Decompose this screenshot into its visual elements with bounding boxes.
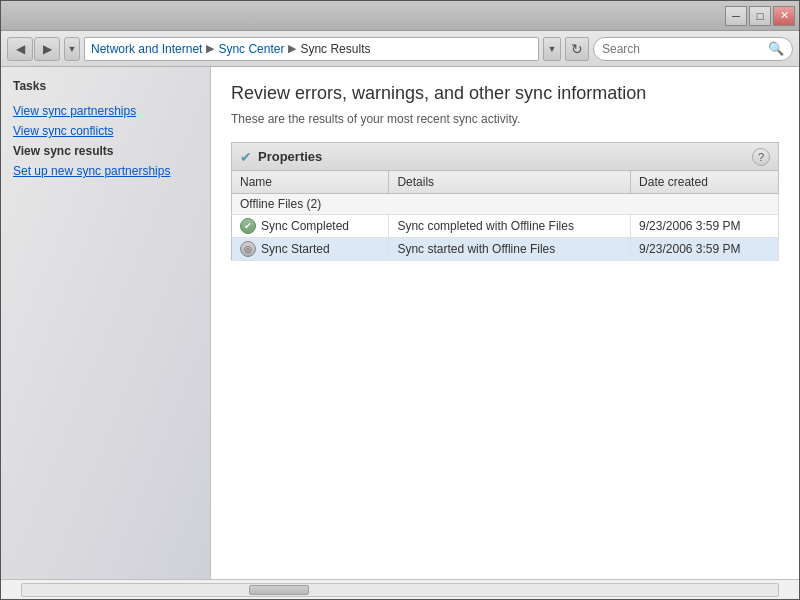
help-button[interactable]: ? xyxy=(752,148,770,166)
row-name-cell: ◎ Sync Started xyxy=(232,238,389,261)
row-name-completed: Sync Completed xyxy=(261,219,349,233)
sync-started-icon: ◎ xyxy=(240,241,256,257)
search-input[interactable] xyxy=(602,42,764,56)
content-pane: Review errors, warnings, and other sync … xyxy=(211,67,799,579)
row-name-cell: ✔ Sync Completed xyxy=(232,215,389,238)
table-row[interactable]: ✔ Sync Completed Sync completed with Off… xyxy=(232,215,779,238)
nav-buttons: ◀ ▶ xyxy=(7,37,60,61)
main-area: Tasks View sync partnerships View sync c… xyxy=(1,67,799,579)
back-button[interactable]: ◀ xyxy=(7,37,33,61)
refresh-button[interactable]: ↻ xyxy=(565,37,589,61)
row-name-started: Sync Started xyxy=(261,242,330,256)
close-button[interactable]: ✕ xyxy=(773,6,795,26)
sidebar-item-view-partnerships[interactable]: View sync partnerships xyxy=(9,101,202,121)
row-details-started: Sync started with Offline Files xyxy=(389,238,631,261)
breadcrumb-part1[interactable]: Network and Internet xyxy=(91,42,202,56)
sidebar-item-setup-sync[interactable]: Set up new sync partnerships xyxy=(9,161,202,181)
title-bar: ─ □ ✕ xyxy=(1,1,799,31)
breadcrumb-part2[interactable]: Sync Center xyxy=(218,42,284,56)
sidebar-item-view-results: View sync results xyxy=(9,141,202,161)
breadcrumb-sep2: ▶ xyxy=(288,42,296,55)
address-path[interactable]: Network and Internet ▶ Sync Center ▶ Syn… xyxy=(84,37,539,61)
col-header-date[interactable]: Date created xyxy=(631,171,779,194)
forward-button[interactable]: ▶ xyxy=(34,37,60,61)
breadcrumb-part3: Sync Results xyxy=(300,42,370,56)
properties-title: Properties xyxy=(258,149,322,164)
window-frame: ─ □ ✕ ◀ ▶ ▼ Network and Internet ▶ Sync … xyxy=(0,0,800,600)
col-header-details[interactable]: Details xyxy=(389,171,631,194)
row-icon-started: ◎ Sync Started xyxy=(240,241,330,257)
group-label: Offline Files (2) xyxy=(232,194,779,215)
group-row-offline-files: Offline Files (2) xyxy=(232,194,779,215)
results-table: Name Details Date created Offline Files … xyxy=(231,170,779,261)
check-icon: ✔ xyxy=(240,149,252,165)
properties-header-left: ✔ Properties xyxy=(240,149,322,165)
bottom-bar xyxy=(1,579,799,599)
address-dropdown-button[interactable]: ▼ xyxy=(543,37,561,61)
maximize-button[interactable]: □ xyxy=(749,6,771,26)
row-date-started: 9/23/2006 3:59 PM xyxy=(631,238,779,261)
breadcrumb-sep1: ▶ xyxy=(206,42,214,55)
search-box: 🔍 xyxy=(593,37,793,61)
properties-header: ✔ Properties ? xyxy=(231,142,779,170)
sidebar-section-title: Tasks xyxy=(9,79,202,93)
page-title: Review errors, warnings, and other sync … xyxy=(231,83,779,104)
page-subtitle: These are the results of your most recen… xyxy=(231,112,779,126)
row-icon-completed: ✔ Sync Completed xyxy=(240,218,349,234)
row-details-completed: Sync completed with Offline Files xyxy=(389,215,631,238)
sidebar-item-view-conflicts[interactable]: View sync conflicts xyxy=(9,121,202,141)
title-bar-buttons: ─ □ ✕ xyxy=(725,6,795,26)
recent-pages-button[interactable]: ▼ xyxy=(64,37,80,61)
row-date-completed: 9/23/2006 3:59 PM xyxy=(631,215,779,238)
col-header-name[interactable]: Name xyxy=(232,171,389,194)
sidebar: Tasks View sync partnerships View sync c… xyxy=(1,67,211,579)
sync-completed-icon: ✔ xyxy=(240,218,256,234)
horizontal-scrollbar[interactable] xyxy=(21,583,779,597)
scroll-thumb[interactable] xyxy=(249,585,309,595)
search-icon[interactable]: 🔍 xyxy=(768,41,784,56)
table-row[interactable]: ◎ Sync Started Sync started with Offline… xyxy=(232,238,779,261)
address-bar: ◀ ▶ ▼ Network and Internet ▶ Sync Center… xyxy=(1,31,799,67)
minimize-button[interactable]: ─ xyxy=(725,6,747,26)
